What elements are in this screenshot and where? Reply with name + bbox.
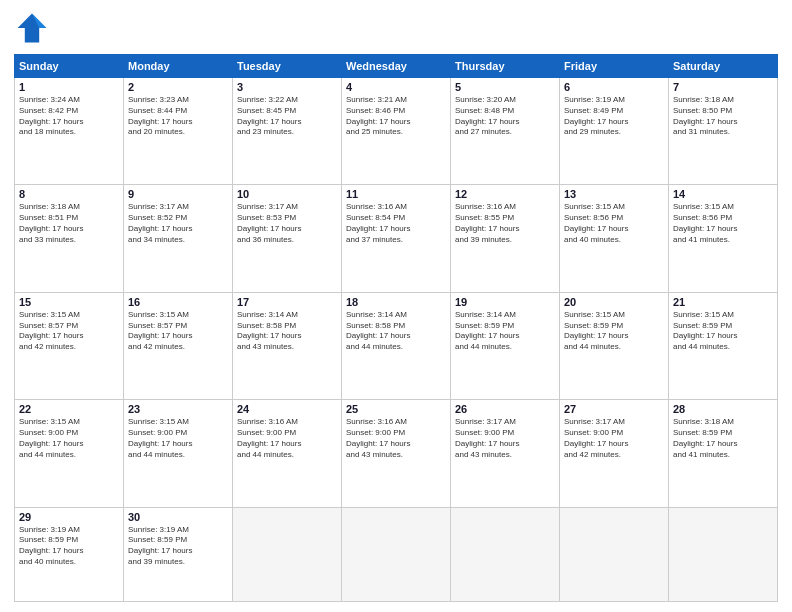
calendar-cell: 22Sunrise: 3:15 AM Sunset: 9:00 PM Dayli… <box>15 400 124 507</box>
cell-info: Sunrise: 3:15 AM Sunset: 9:00 PM Dayligh… <box>19 417 119 460</box>
day-number: 19 <box>455 296 555 308</box>
day-number: 25 <box>346 403 446 415</box>
cell-info: Sunrise: 3:15 AM Sunset: 8:56 PM Dayligh… <box>564 202 664 245</box>
calendar-cell: 12Sunrise: 3:16 AM Sunset: 8:55 PM Dayli… <box>451 185 560 292</box>
cell-info: Sunrise: 3:15 AM Sunset: 8:57 PM Dayligh… <box>19 310 119 353</box>
calendar-cell: 19Sunrise: 3:14 AM Sunset: 8:59 PM Dayli… <box>451 292 560 399</box>
day-number: 14 <box>673 188 773 200</box>
weekday-header-friday: Friday <box>560 55 669 78</box>
cell-info: Sunrise: 3:15 AM Sunset: 8:59 PM Dayligh… <box>673 310 773 353</box>
day-number: 8 <box>19 188 119 200</box>
cell-info: Sunrise: 3:20 AM Sunset: 8:48 PM Dayligh… <box>455 95 555 138</box>
calendar-cell: 7Sunrise: 3:18 AM Sunset: 8:50 PM Daylig… <box>669 78 778 185</box>
day-number: 7 <box>673 81 773 93</box>
day-number: 30 <box>128 511 228 523</box>
cell-info: Sunrise: 3:18 AM Sunset: 8:51 PM Dayligh… <box>19 202 119 245</box>
calendar-cell <box>669 507 778 601</box>
day-number: 27 <box>564 403 664 415</box>
cell-info: Sunrise: 3:23 AM Sunset: 8:44 PM Dayligh… <box>128 95 228 138</box>
calendar-cell <box>342 507 451 601</box>
day-number: 20 <box>564 296 664 308</box>
cell-info: Sunrise: 3:17 AM Sunset: 8:53 PM Dayligh… <box>237 202 337 245</box>
calendar-cell: 1Sunrise: 3:24 AM Sunset: 8:42 PM Daylig… <box>15 78 124 185</box>
calendar-cell: 4Sunrise: 3:21 AM Sunset: 8:46 PM Daylig… <box>342 78 451 185</box>
calendar-cell: 8Sunrise: 3:18 AM Sunset: 8:51 PM Daylig… <box>15 185 124 292</box>
calendar-cell: 5Sunrise: 3:20 AM Sunset: 8:48 PM Daylig… <box>451 78 560 185</box>
logo-icon <box>14 10 50 46</box>
cell-info: Sunrise: 3:17 AM Sunset: 9:00 PM Dayligh… <box>455 417 555 460</box>
cell-info: Sunrise: 3:24 AM Sunset: 8:42 PM Dayligh… <box>19 95 119 138</box>
day-number: 2 <box>128 81 228 93</box>
calendar-cell: 9Sunrise: 3:17 AM Sunset: 8:52 PM Daylig… <box>124 185 233 292</box>
calendar-cell: 30Sunrise: 3:19 AM Sunset: 8:59 PM Dayli… <box>124 507 233 601</box>
page: SundayMondayTuesdayWednesdayThursdayFrid… <box>0 0 792 612</box>
calendar-cell: 15Sunrise: 3:15 AM Sunset: 8:57 PM Dayli… <box>15 292 124 399</box>
calendar-cell: 14Sunrise: 3:15 AM Sunset: 8:56 PM Dayli… <box>669 185 778 292</box>
day-number: 15 <box>19 296 119 308</box>
day-number: 24 <box>237 403 337 415</box>
cell-info: Sunrise: 3:19 AM Sunset: 8:59 PM Dayligh… <box>128 525 228 568</box>
day-number: 29 <box>19 511 119 523</box>
day-number: 5 <box>455 81 555 93</box>
cell-info: Sunrise: 3:17 AM Sunset: 8:52 PM Dayligh… <box>128 202 228 245</box>
cell-info: Sunrise: 3:16 AM Sunset: 9:00 PM Dayligh… <box>237 417 337 460</box>
calendar-cell: 3Sunrise: 3:22 AM Sunset: 8:45 PM Daylig… <box>233 78 342 185</box>
calendar-cell: 10Sunrise: 3:17 AM Sunset: 8:53 PM Dayli… <box>233 185 342 292</box>
logo <box>14 10 54 46</box>
cell-info: Sunrise: 3:16 AM Sunset: 8:54 PM Dayligh… <box>346 202 446 245</box>
cell-info: Sunrise: 3:18 AM Sunset: 8:50 PM Dayligh… <box>673 95 773 138</box>
calendar-cell <box>233 507 342 601</box>
weekday-header-row: SundayMondayTuesdayWednesdayThursdayFrid… <box>15 55 778 78</box>
day-number: 3 <box>237 81 337 93</box>
calendar-cell: 24Sunrise: 3:16 AM Sunset: 9:00 PM Dayli… <box>233 400 342 507</box>
calendar-cell: 11Sunrise: 3:16 AM Sunset: 8:54 PM Dayli… <box>342 185 451 292</box>
calendar-table: SundayMondayTuesdayWednesdayThursdayFrid… <box>14 54 778 602</box>
calendar-cell: 26Sunrise: 3:17 AM Sunset: 9:00 PM Dayli… <box>451 400 560 507</box>
cell-info: Sunrise: 3:21 AM Sunset: 8:46 PM Dayligh… <box>346 95 446 138</box>
cell-info: Sunrise: 3:14 AM Sunset: 8:59 PM Dayligh… <box>455 310 555 353</box>
day-number: 11 <box>346 188 446 200</box>
day-number: 4 <box>346 81 446 93</box>
calendar-cell: 20Sunrise: 3:15 AM Sunset: 8:59 PM Dayli… <box>560 292 669 399</box>
day-number: 21 <box>673 296 773 308</box>
cell-info: Sunrise: 3:17 AM Sunset: 9:00 PM Dayligh… <box>564 417 664 460</box>
day-number: 16 <box>128 296 228 308</box>
calendar-cell: 27Sunrise: 3:17 AM Sunset: 9:00 PM Dayli… <box>560 400 669 507</box>
weekday-header-saturday: Saturday <box>669 55 778 78</box>
day-number: 9 <box>128 188 228 200</box>
cell-info: Sunrise: 3:19 AM Sunset: 8:49 PM Dayligh… <box>564 95 664 138</box>
calendar-cell: 6Sunrise: 3:19 AM Sunset: 8:49 PM Daylig… <box>560 78 669 185</box>
cell-info: Sunrise: 3:15 AM Sunset: 8:56 PM Dayligh… <box>673 202 773 245</box>
cell-info: Sunrise: 3:19 AM Sunset: 8:59 PM Dayligh… <box>19 525 119 568</box>
weekday-header-wednesday: Wednesday <box>342 55 451 78</box>
cell-info: Sunrise: 3:16 AM Sunset: 9:00 PM Dayligh… <box>346 417 446 460</box>
calendar-cell: 28Sunrise: 3:18 AM Sunset: 8:59 PM Dayli… <box>669 400 778 507</box>
day-number: 1 <box>19 81 119 93</box>
weekday-header-monday: Monday <box>124 55 233 78</box>
header <box>14 10 778 46</box>
cell-info: Sunrise: 3:15 AM Sunset: 9:00 PM Dayligh… <box>128 417 228 460</box>
calendar-cell: 16Sunrise: 3:15 AM Sunset: 8:57 PM Dayli… <box>124 292 233 399</box>
day-number: 18 <box>346 296 446 308</box>
weekday-header-thursday: Thursday <box>451 55 560 78</box>
calendar-week-5: 29Sunrise: 3:19 AM Sunset: 8:59 PM Dayli… <box>15 507 778 601</box>
cell-info: Sunrise: 3:15 AM Sunset: 8:59 PM Dayligh… <box>564 310 664 353</box>
cell-info: Sunrise: 3:14 AM Sunset: 8:58 PM Dayligh… <box>346 310 446 353</box>
cell-info: Sunrise: 3:16 AM Sunset: 8:55 PM Dayligh… <box>455 202 555 245</box>
calendar-week-2: 8Sunrise: 3:18 AM Sunset: 8:51 PM Daylig… <box>15 185 778 292</box>
cell-info: Sunrise: 3:22 AM Sunset: 8:45 PM Dayligh… <box>237 95 337 138</box>
day-number: 6 <box>564 81 664 93</box>
calendar-cell: 23Sunrise: 3:15 AM Sunset: 9:00 PM Dayli… <box>124 400 233 507</box>
calendar-week-4: 22Sunrise: 3:15 AM Sunset: 9:00 PM Dayli… <box>15 400 778 507</box>
day-number: 26 <box>455 403 555 415</box>
calendar-week-1: 1Sunrise: 3:24 AM Sunset: 8:42 PM Daylig… <box>15 78 778 185</box>
calendar-cell: 21Sunrise: 3:15 AM Sunset: 8:59 PM Dayli… <box>669 292 778 399</box>
weekday-header-tuesday: Tuesday <box>233 55 342 78</box>
day-number: 10 <box>237 188 337 200</box>
calendar-cell: 13Sunrise: 3:15 AM Sunset: 8:56 PM Dayli… <box>560 185 669 292</box>
calendar-cell: 18Sunrise: 3:14 AM Sunset: 8:58 PM Dayli… <box>342 292 451 399</box>
day-number: 28 <box>673 403 773 415</box>
cell-info: Sunrise: 3:15 AM Sunset: 8:57 PM Dayligh… <box>128 310 228 353</box>
day-number: 13 <box>564 188 664 200</box>
weekday-header-sunday: Sunday <box>15 55 124 78</box>
